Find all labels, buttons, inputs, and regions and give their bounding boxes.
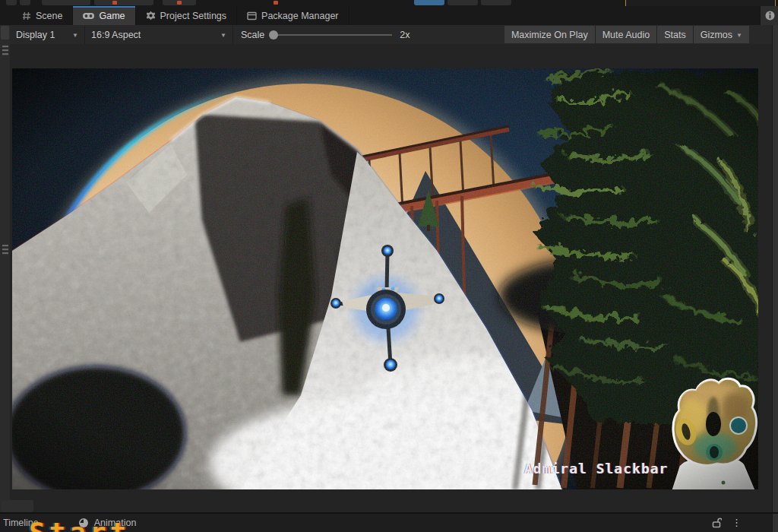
button-label: Maximize On Play	[511, 30, 588, 40]
dock-gutter	[0, 6, 11, 512]
tab-game[interactable]: Game	[73, 6, 135, 25]
tab-label: Scene	[36, 11, 62, 21]
vignette	[12, 68, 758, 489]
chevron-down-icon: ▼	[220, 32, 226, 39]
mute-audio-button[interactable]: Mute Audio	[596, 26, 657, 43]
toolbar-fragment	[42, 0, 90, 5]
tab-label: Package Manager	[261, 11, 338, 21]
tab-scene[interactable]: Scene	[12, 6, 73, 25]
record-icon	[274, 1, 278, 5]
pause-button-fragment[interactable]	[448, 0, 478, 5]
toolbar-fragment	[6, 0, 17, 5]
scale-slider-thumb[interactable]	[269, 30, 278, 40]
scale-slider-group: Scale 2x	[236, 30, 410, 40]
kebab-menu-icon[interactable]: ⋮	[732, 518, 742, 528]
game-view-toolbar: Display 1 ▼ 16:9 Aspect ▼ Scale 2x Maxim…	[10, 25, 772, 45]
tab-label: Project Settings	[160, 11, 227, 21]
collapsed-panel-stub[interactable]	[1, 26, 9, 40]
display-dropdown[interactable]: Display 1 ▼	[10, 25, 84, 44]
play-button-fragment[interactable]	[414, 0, 444, 5]
chevron-down-icon: ▼	[72, 32, 78, 39]
aspect-dropdown-label: 16:9 Aspect	[91, 30, 141, 40]
player-name-label: Admiral Slackbar	[524, 461, 668, 477]
resize-gutter[interactable]	[2, 500, 33, 512]
tab-label: Game	[99, 11, 125, 21]
toolbar-fragment	[20, 0, 30, 5]
record-icon	[177, 1, 182, 5]
stats-button[interactable]: Stats	[657, 26, 693, 43]
button-label: Mute Audio	[602, 30, 650, 40]
step-button-fragment[interactable]	[481, 0, 511, 5]
game-viewport[interactable]	[12, 68, 758, 489]
game-view-buttons: Maximize On Play Mute Audio Stats Gizmos…	[504, 26, 749, 43]
tab-project-settings[interactable]: Project Settings	[136, 6, 238, 25]
drag-handle-dots[interactable]	[2, 46, 8, 56]
unlock-icon[interactable]	[712, 518, 722, 528]
scale-label: Scale	[236, 30, 269, 40]
gear-icon	[146, 11, 156, 21]
gamepad-icon	[83, 12, 94, 20]
scale-slider-track[interactable]	[270, 34, 392, 36]
grid-icon	[22, 11, 31, 21]
divider	[232, 25, 233, 44]
record-icon	[112, 1, 117, 5]
adjacent-panel-corner	[760, 6, 778, 25]
game-render	[12, 68, 758, 489]
toolbar-fragment	[94, 0, 153, 5]
tab-package-manager[interactable]: Package Manager	[237, 6, 349, 25]
panel-tab-bar: Scene Game Project Settings Package Mana…	[0, 6, 778, 25]
button-label: Gizmos	[701, 30, 732, 40]
display-dropdown-label: Display 1	[16, 30, 55, 40]
scale-value: 2x	[392, 30, 410, 40]
adjacent-panel-edge	[772, 25, 778, 532]
box-icon	[247, 11, 257, 21]
maximize-on-play-button[interactable]: Maximize On Play	[504, 26, 595, 43]
gizmos-dropdown[interactable]: Gizmos ▼	[694, 26, 749, 43]
start-button[interactable]: Start	[29, 517, 130, 532]
button-label: Stats	[664, 30, 686, 40]
drag-handle-dots[interactable]	[2, 245, 8, 255]
unity-editor-window: Scene Game Project Settings Package Mana…	[0, 0, 778, 532]
main-toolbar-cutoff	[0, 0, 778, 6]
aspect-dropdown[interactable]: 16:9 Aspect ▼	[85, 25, 232, 44]
chevron-down-icon: ▼	[736, 32, 742, 39]
info-icon[interactable]	[765, 11, 775, 21]
